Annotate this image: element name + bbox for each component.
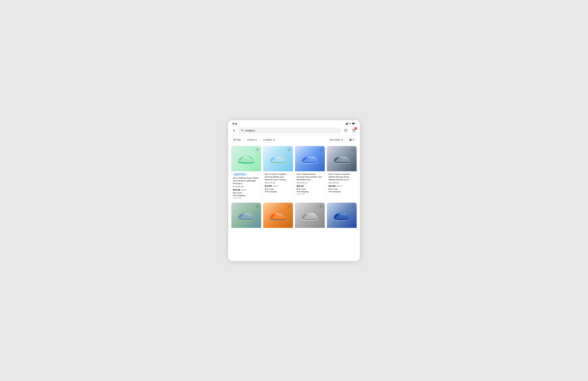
price-current: $16.89 (233, 189, 240, 191)
cart-button[interactable]: 9 (350, 127, 357, 134)
heart-icon (344, 129, 347, 132)
product-info: GREAT PRICE Men's Walking Shoes Athletic… (231, 171, 261, 201)
wishlist-product-button[interactable] (351, 204, 355, 209)
product-card[interactable] (263, 203, 293, 231)
svg-point-8 (353, 132, 353, 132)
heart-outline-icon (319, 205, 322, 208)
shoe-image (332, 209, 352, 222)
heart-outline-icon (319, 148, 322, 152)
format-chevron-icon (255, 139, 257, 141)
product-card[interactable] (231, 203, 261, 231)
status-time: 9:15 (232, 122, 237, 125)
grid-icon (349, 139, 352, 141)
svg-rect-6 (353, 123, 354, 124)
product-info (263, 228, 293, 231)
product-card[interactable]: GREAT PRICE Men's Walking Shoes Athletic… (231, 146, 261, 201)
grid-chevron-icon (352, 139, 355, 141)
product-card[interactable]: Men's Fashion Sneakers Athletic Running … (327, 146, 357, 201)
product-title: Men's Walking Shoes Athletic Gym Workout… (233, 177, 260, 185)
heart-outline-icon (256, 205, 259, 208)
price-original: $26.52 (273, 185, 278, 187)
shoe-image (236, 209, 256, 222)
wishlist-product-button[interactable] (287, 148, 291, 152)
wishlist-product-button[interactable] (319, 148, 323, 152)
shoe-image (268, 152, 288, 165)
price-row: $19.89 $26.52 (265, 185, 291, 187)
product-image-wrap (263, 203, 293, 228)
filter-right-group: Best match (327, 137, 357, 142)
signal-icon (345, 122, 348, 125)
svg-rect-16 (351, 140, 351, 141)
shoe-image (300, 209, 320, 222)
svg-point-9 (355, 132, 355, 132)
wishlist-product-button[interactable] (351, 148, 355, 152)
search-query-text: sneakers (245, 129, 339, 132)
sort-chevron-icon (341, 139, 343, 141)
shoe-image (300, 152, 320, 165)
product-image-wrap (327, 203, 357, 228)
price-original: $25.19 (336, 185, 342, 187)
price-row: $18.89 $25.19 (328, 185, 355, 187)
product-image-wrap (295, 203, 325, 228)
product-info (327, 228, 357, 231)
filter-label: Filter (236, 139, 241, 141)
product-card[interactable]: Men's Walking Shoes Running Tennis Athle… (295, 146, 325, 201)
svg-rect-14 (351, 139, 351, 139)
product-card[interactable] (295, 203, 325, 231)
product-condition: New with box (233, 186, 260, 188)
free-shipping: Free shipping (297, 190, 323, 193)
product-card[interactable]: Men's Fashion Sneakers Running Athletic … (263, 146, 293, 201)
heart-outline-icon (351, 148, 354, 152)
svg-rect-13 (350, 139, 350, 139)
product-title: Men's Fashion Sneakers Athletic Running … (328, 173, 355, 181)
sort-button[interactable]: Best match (327, 137, 346, 142)
filter-icon (233, 139, 236, 141)
svg-rect-3 (348, 122, 348, 125)
product-info: Men's Fashion Sneakers Running Athletic … (263, 171, 293, 195)
cart-badge: 9 (354, 127, 357, 130)
wishlist-button[interactable] (343, 128, 349, 133)
product-condition: New with box (328, 182, 355, 184)
condition-button[interactable]: Condition (261, 137, 277, 142)
status-bar: 9:15 (228, 120, 360, 126)
free-shipping: Free shipping (233, 194, 260, 196)
battery-icon (352, 123, 356, 125)
buy-now: Buy it now (328, 188, 355, 190)
product-image-wrap (263, 146, 293, 171)
svg-rect-1 (346, 123, 347, 125)
filter-left-group: Filter Format Condition (231, 137, 277, 142)
buy-now: Buy it now (233, 192, 260, 194)
format-button[interactable]: Format (245, 137, 259, 142)
svg-point-4 (350, 124, 350, 124)
product-info: Men's Fashion Sneakers Athletic Running … (327, 171, 357, 195)
sponsored-label: Sponsored (297, 193, 323, 195)
wishlist-product-button[interactable] (287, 204, 291, 209)
format-label: Format (247, 139, 254, 141)
back-arrow-icon (232, 129, 235, 132)
wishlist-product-button[interactable] (255, 148, 260, 152)
buy-now: Buy it now (297, 188, 323, 190)
product-image-wrap (231, 203, 261, 228)
condition-chevron-icon (273, 139, 275, 141)
filter-button[interactable]: Filter (231, 137, 243, 142)
grid-view-button[interactable] (347, 137, 357, 142)
sponsored-label: Sponsored (233, 197, 260, 199)
free-shipping: Free shipping (265, 190, 291, 193)
wishlist-product-button[interactable] (255, 204, 260, 209)
product-info: Men's Walking Shoes Running Tennis Athle… (295, 171, 325, 197)
search-icon (241, 129, 243, 132)
price-row: $16.89 $22.52 (233, 189, 260, 191)
product-grid: GREAT PRICE Men's Walking Shoes Athletic… (228, 144, 360, 233)
svg-rect-2 (347, 123, 347, 125)
product-image-wrap (327, 146, 357, 171)
product-info (295, 228, 325, 231)
price-current: $19.89 (265, 185, 272, 187)
device-frame: 9:15 (228, 120, 360, 261)
price-current: $18.89 (328, 185, 336, 187)
great-price-badge: GREAT PRICE (233, 173, 247, 176)
product-card[interactable] (327, 203, 357, 231)
back-button[interactable] (231, 128, 237, 133)
wishlist-product-button[interactable] (319, 204, 323, 209)
product-image-wrap (295, 146, 325, 171)
search-input[interactable]: sneakers (239, 128, 341, 134)
